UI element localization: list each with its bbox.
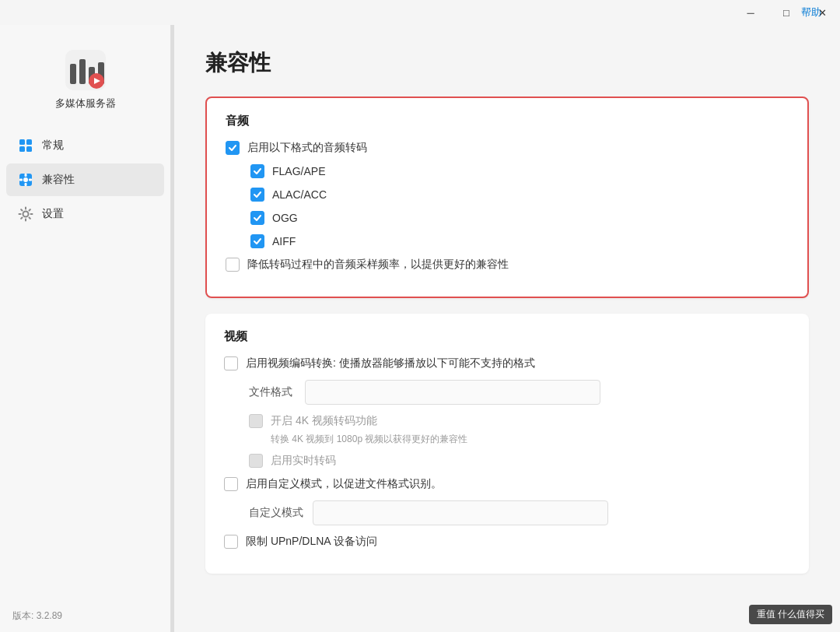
sidebar-general-label: 常规 [42,139,64,153]
close-button[interactable]: ✕ [804,0,840,25]
flac-ape-label: FLAG/APE [272,165,325,177]
sidebar-logo: 多媒体服务器 [0,40,170,129]
main-content: 兼容性 音频 启用以下格式的音频转码 FLAG/APE [174,25,840,632]
file-format-row: 文件格式 [249,380,790,405]
resize-handle[interactable] [171,25,174,632]
bottom-badge: 重值 什么值得买 [749,605,832,624]
app-logo-icon [64,48,107,92]
svg-rect-8 [26,139,32,145]
ogg-row: OGG [250,211,789,225]
limit-upnp-label: 限制 UPnP/DLNA 设备访问 [246,535,377,549]
sidebar-settings-label: 设置 [42,207,64,221]
limit-upnp-row: 限制 UPnP/DLNA 设备访问 [224,535,790,549]
svg-rect-1 [70,64,76,84]
enable-video-transcode-row: 启用视频编码转换: 使播放器能够播放以下可能不支持的格式 [224,356,790,370]
sidebar-nav: 常规 兼容性 [0,129,170,232]
reduce-sample-rate-label: 降低转码过程中的音频采样频率，以提供更好的兼容性 [247,258,509,272]
app-name-label: 多媒体服务器 [55,97,116,111]
video-section-card: 视频 启用视频编码转换: 使播放器能够播放以下可能不支持的格式 文件格式 开启 … [205,314,809,574]
custom-mode-input-label: 自定义模式 [249,506,303,520]
custom-mode-input-row: 自定义模式 [249,500,790,525]
aiff-label: AIFF [272,235,296,248]
sidebar-compatibility-label: 兼容性 [42,173,75,187]
svg-rect-10 [26,146,32,152]
ogg-checkbox[interactable] [250,211,264,225]
enable-video-transcode-checkbox[interactable] [224,356,238,370]
version-label: 版本: 3.2.89 [0,600,170,632]
custom-mode-label: 启用自定义模式，以促进文件格式识别。 [246,477,442,491]
video-section-title: 视频 [224,329,790,344]
enable-4k-label: 开启 4K 视频转码功能 [271,414,377,428]
page-title: 兼容性 [205,48,809,78]
enable-4k-sublabel: 转换 4K 视频到 1080p 视频以获得更好的兼容性 [271,433,790,446]
aiff-checkbox[interactable] [250,234,264,248]
audio-section-title: 音频 [226,114,789,128]
enable-audio-transcode-label: 启用以下格式的音频转码 [247,141,367,155]
app-window: 帮助 ─ □ ✕ 多媒体服务 [0,0,840,632]
custom-mode-row: 启用自定义模式，以促进文件格式识别。 [224,477,790,491]
enable-video-transcode-label: 启用视频编码转换: 使播放器能够播放以下可能不支持的格式 [246,356,535,370]
svg-point-17 [23,212,29,217]
alac-acc-checkbox[interactable] [250,188,264,202]
svg-point-12 [23,177,28,182]
puzzle-icon [17,171,34,188]
svg-rect-7 [19,139,25,145]
svg-rect-15 [19,179,23,181]
enable-4k-checkbox[interactable] [249,414,263,428]
aiff-row: AIFF [250,234,789,248]
limit-upnp-checkbox[interactable] [224,535,238,549]
window-controls: ─ □ ✕ [733,0,840,25]
sidebar: 多媒体服务器 常规 [0,25,171,632]
title-bar: 帮助 ─ □ ✕ [0,0,840,25]
enable-audio-transcode-checkbox[interactable] [226,141,240,155]
maximize-button[interactable]: □ [768,0,804,25]
file-format-input[interactable] [305,380,600,405]
realtime-transcode-row: 启用实时转码 [249,454,790,468]
realtime-transcode-checkbox[interactable] [249,454,263,468]
grid-icon [17,137,34,154]
svg-rect-13 [25,174,27,177]
sidebar-item-compatibility[interactable]: 兼容性 [6,163,164,196]
custom-mode-checkbox[interactable] [224,477,238,491]
file-format-label: 文件格式 [249,385,296,399]
ogg-label: OGG [272,212,298,224]
flac-ape-row: FLAG/APE [250,164,789,178]
sidebar-item-general[interactable]: 常规 [6,129,164,162]
enable-audio-transcode-row: 启用以下格式的音频转码 [226,141,789,155]
alac-acc-label: ALAC/ACC [272,188,327,201]
audio-section-card: 音频 启用以下格式的音频转码 FLAG/APE [205,97,809,298]
reduce-sample-rate-row: 降低转码过程中的音频采样频率，以提供更好的兼容性 [226,258,789,272]
app-body: 多媒体服务器 常规 [0,25,840,632]
custom-mode-input[interactable] [313,500,608,525]
alac-acc-row: ALAC/ACC [250,188,789,202]
svg-rect-2 [79,59,86,84]
enable-4k-row: 开启 4K 视频转码功能 [249,414,790,428]
svg-rect-16 [29,179,32,181]
svg-rect-9 [19,146,25,152]
reduce-sample-rate-checkbox[interactable] [226,258,240,272]
realtime-transcode-label: 启用实时转码 [271,454,336,468]
svg-rect-14 [25,183,27,186]
sidebar-item-settings[interactable]: 设置 [6,198,164,230]
gear-icon [17,205,34,223]
flac-ape-checkbox[interactable] [250,164,264,178]
minimize-button[interactable]: ─ [733,0,768,25]
